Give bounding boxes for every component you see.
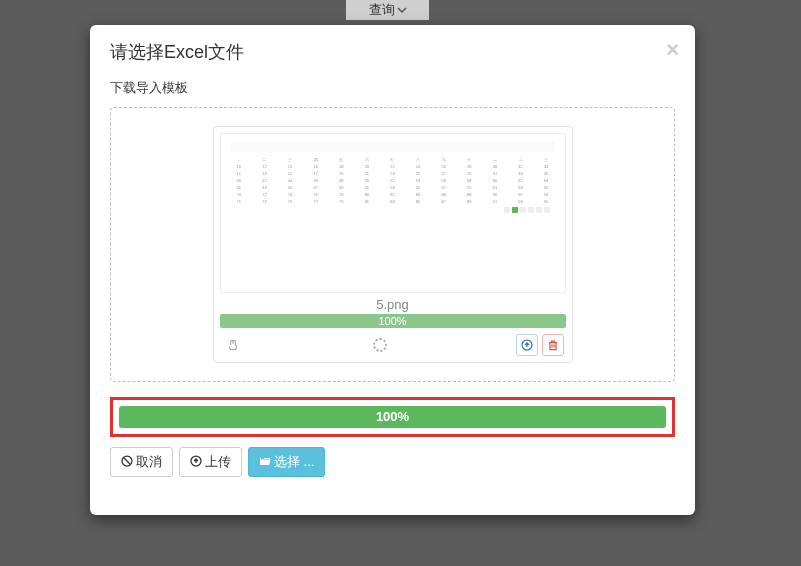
upload-button[interactable]: 上传 — [179, 447, 242, 477]
cancel-label: 取消 — [136, 453, 162, 471]
close-icon[interactable]: × — [666, 37, 679, 63]
overall-progress-highlight: 100% — [110, 397, 675, 437]
chevron-down-icon — [397, 5, 407, 15]
upload-file-icon[interactable] — [516, 334, 538, 356]
file-dropzone[interactable]: —二三四五六七八九十—二三 10121416182022242628303234… — [110, 107, 675, 382]
file-name-label: 5.png — [220, 297, 566, 312]
file-select-modal: 请选择Excel文件 × 下载导入模板 —二三四五六七八九十—二三 101214… — [90, 25, 695, 515]
file-thumbnail: —二三四五六七八九十—二三 10121416182022242628303234… — [220, 133, 566, 293]
file-preview-card: —二三四五六七八九十—二三 10121416182022242628303234… — [213, 126, 573, 363]
modal-body: 下载导入模板 —二三四五六七八九十—二三 1012141618202224262… — [90, 79, 695, 437]
modal-title: 请选择Excel文件 — [110, 40, 675, 64]
modal-header: 请选择Excel文件 × — [90, 25, 695, 79]
cancel-button[interactable]: 取消 — [110, 447, 173, 477]
delete-file-icon[interactable] — [542, 334, 564, 356]
thumbnail-content: —二三四五六七八九十—二三 10121416182022242628303234… — [231, 142, 554, 284]
folder-open-icon — [259, 455, 271, 470]
query-dropdown-button[interactable]: 查询 — [346, 0, 429, 20]
upload-label: 上传 — [205, 453, 231, 471]
file-progress-bar: 100% — [220, 314, 566, 328]
select-button[interactable]: 选择 ... — [248, 447, 325, 477]
modal-footer: 取消 上传 选择 ... — [90, 447, 695, 492]
loading-spinner-icon — [373, 338, 387, 352]
upload-icon — [190, 455, 202, 470]
cancel-icon — [121, 455, 133, 470]
download-template-link[interactable]: 下载导入模板 — [110, 79, 188, 97]
file-actions-row — [220, 334, 566, 356]
select-label: 选择 ... — [274, 453, 314, 471]
overall-progress-bar: 100% — [119, 406, 666, 428]
query-label: 查询 — [369, 1, 395, 19]
drag-handle-icon[interactable] — [222, 334, 244, 356]
